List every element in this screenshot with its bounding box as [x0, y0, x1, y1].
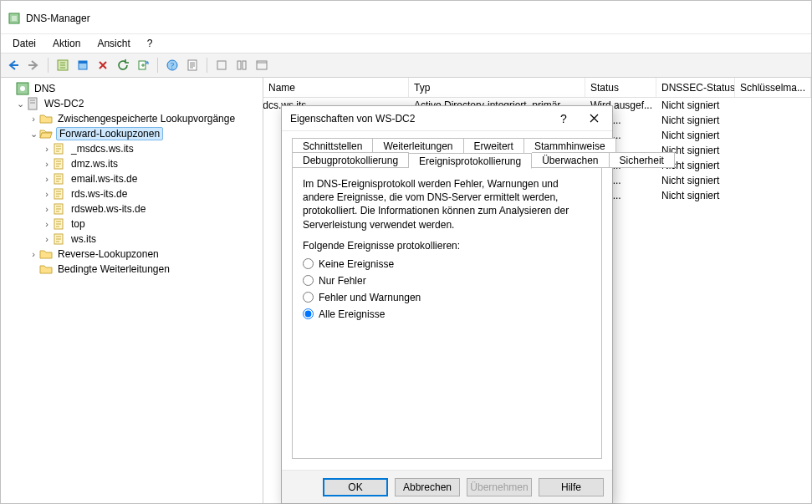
refresh-button[interactable] — [114, 56, 132, 74]
zone-icon — [53, 232, 66, 246]
forward-button[interactable] — [24, 56, 43, 74]
col-schluessel[interactable]: Schlüsselma... — [735, 78, 811, 97]
svg-rect-1 — [12, 16, 17, 21]
tree-zone-item[interactable]: email.ws-its.de — [69, 172, 139, 186]
svg-rect-17 — [30, 102, 35, 104]
zone-icon — [268, 189, 282, 202]
twisty-icon[interactable]: › — [41, 174, 53, 184]
zone-icon — [268, 144, 282, 157]
svg-rect-8 — [188, 60, 197, 70]
export-button[interactable] — [134, 56, 152, 74]
radio-option[interactable]: Fehler und Warnungen — [303, 290, 591, 305]
svg-rect-10 — [237, 61, 241, 69]
menu-help[interactable]: ? — [140, 36, 160, 51]
extra-button-3[interactable] — [253, 56, 271, 74]
radio-group: Keine EreignisseNur FehlerFehler und War… — [303, 257, 591, 322]
help-button[interactable]: ? — [163, 56, 181, 74]
radio-option[interactable]: Keine Ereignisse — [303, 257, 591, 272]
dialog-title: Eigenschaften von WS-DC2 — [290, 113, 415, 125]
col-typ[interactable]: Typ — [409, 78, 585, 97]
extra-button-1[interactable] — [212, 56, 231, 74]
twisty-icon[interactable]: › — [41, 144, 53, 154]
zone-icon: _msdcs.ws.its — [268, 99, 282, 112]
tabs-row-1: SchnittstellenWeiterleitungenErweitertSt… — [292, 138, 602, 153]
tree-dns-root[interactable]: DNS — [33, 82, 57, 95]
dialog-close-button[interactable] — [579, 107, 609, 130]
tree-forward-zones[interactable]: Forward-Lookupzonen — [56, 127, 163, 140]
svg-rect-9 — [217, 61, 226, 69]
tree-cached[interactable]: Zwischengespeicherte Lookupvorgänge — [56, 112, 237, 125]
tree-view[interactable]: DNS ⌄WS-DC2 ›Zwischengespeicherte Lookup… — [1, 78, 263, 503]
cancel-button[interactable]: Abbrechen — [395, 478, 460, 496]
twisty-icon[interactable]: › — [41, 219, 53, 229]
tab-debugprotokollierung[interactable]: Debugprotokollierung — [292, 152, 409, 168]
tab-ereignisprotokollierung[interactable]: Ereignisprotokollierung — [409, 153, 532, 169]
dialog-help-button[interactable]: ? — [549, 107, 579, 130]
radio-label: Fehler und Warnungen — [319, 292, 421, 303]
options-label: Folgende Ereignisse protokollieren: — [303, 240, 591, 252]
svg-rect-4 — [79, 61, 87, 64]
properties-button[interactable] — [183, 56, 202, 74]
folder-open-icon — [39, 127, 53, 140]
twisty-icon[interactable]: › — [28, 114, 39, 124]
zone-icon — [53, 202, 66, 216]
cell-dnssec: Nicht signiert — [656, 99, 735, 111]
tree-zone-item[interactable]: dmz.ws.its — [69, 157, 120, 171]
zone-icon — [268, 114, 282, 127]
tree-zone-item[interactable]: rds.ws-its.de — [69, 187, 129, 201]
tree-zone-item[interactable]: top — [69, 217, 87, 231]
svg-rect-16 — [30, 99, 35, 101]
tree-server[interactable]: WS-DC2 — [43, 97, 85, 110]
twisty-icon[interactable]: › — [41, 159, 53, 169]
svg-text:?: ? — [171, 61, 175, 70]
tree-conditional-fwd[interactable]: Bedingte Weiterleitungen — [56, 262, 171, 276]
help-button[interactable]: Hilfe — [539, 478, 604, 496]
radio-option[interactable]: Nur Fehler — [303, 273, 591, 288]
col-dnssec[interactable]: DNSSEC-Status — [656, 78, 735, 97]
svg-rect-11 — [243, 61, 246, 69]
zone-icon — [53, 217, 66, 231]
zone-icon — [268, 129, 282, 142]
titlebar: DNS-Manager — [1, 1, 811, 34]
dialog-titlebar[interactable]: Eigenschaften von WS-DC2 ? — [282, 106, 612, 131]
folder-icon — [39, 262, 53, 276]
folder-icon — [39, 112, 53, 125]
tree-zone-item[interactable]: _msdcs.ws.its — [69, 142, 135, 155]
tab-description: Im DNS-Ereignisprotokoll werden Fehler, … — [303, 177, 591, 232]
tree-zone-item[interactable]: ws.its — [69, 232, 98, 246]
twisty-icon[interactable]: › — [41, 189, 53, 199]
dialog-buttons: OK Abbrechen Übernehmen Hilfe — [282, 470, 612, 503]
extra-button-2[interactable] — [232, 56, 251, 74]
twisty-icon[interactable]: › — [41, 234, 53, 244]
app-icon — [8, 12, 21, 25]
new-window-button[interactable] — [74, 56, 92, 74]
ok-button[interactable]: OK — [323, 478, 388, 496]
twisty-icon[interactable]: ⌄ — [14, 99, 26, 109]
back-button[interactable] — [4, 56, 23, 74]
col-status[interactable]: Status — [585, 78, 656, 97]
properties-dialog: Eigenschaften von WS-DC2 ? Schnittstelle… — [281, 105, 613, 504]
twisty-icon[interactable]: › — [41, 204, 53, 214]
apply-button: Übernehmen — [467, 478, 532, 496]
tab-erweitert[interactable]: Erweitert — [464, 138, 524, 154]
tabs-row-2: DebugprotokollierungEreignisprotokollier… — [292, 152, 602, 167]
tab--berwachen[interactable]: Überwachen — [532, 152, 609, 168]
zone-icon — [53, 187, 66, 201]
tree-zone-item[interactable]: rdsweb.ws-its.de — [69, 202, 147, 216]
twisty-icon[interactable]: ⌄ — [28, 129, 39, 140]
delete-button[interactable] — [94, 56, 112, 74]
tab-sicherheit[interactable]: Sicherheit — [610, 152, 675, 168]
cell-dnssec: Nicht signiert — [656, 130, 735, 141]
menu-ansicht[interactable]: Ansicht — [90, 36, 136, 51]
col-name[interactable]: Name — [263, 78, 409, 97]
svg-point-14 — [20, 86, 25, 91]
twisty-icon[interactable]: › — [28, 249, 39, 259]
menu-aktion[interactable]: Aktion — [46, 36, 87, 51]
tree-reverse-zones[interactable]: Reverse-Lookupzonen — [56, 247, 161, 261]
show-console-tree-button[interactable] — [54, 56, 72, 74]
radio-option[interactable]: Alle Ereignisse — [303, 307, 591, 322]
column-headers: Name Typ Status DNSSEC-Status Schlüsselm… — [263, 78, 811, 98]
server-icon — [26, 97, 39, 110]
radio-label: Keine Ereignisse — [319, 258, 394, 270]
menu-datei[interactable]: Datei — [6, 36, 43, 51]
